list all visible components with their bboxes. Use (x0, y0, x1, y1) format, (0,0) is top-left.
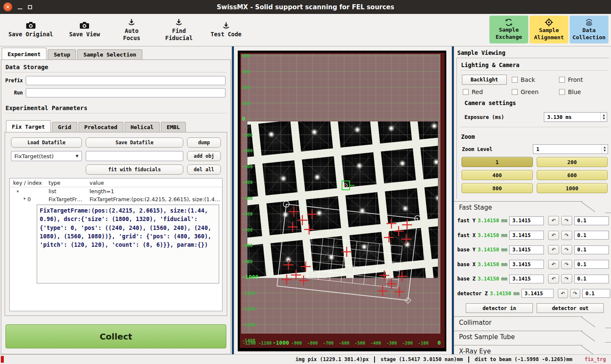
stage-viewer-svg[interactable]: 4003002001000-100-200-300-400-500-600-70… (238, 51, 446, 351)
increment-button[interactable]: ↷ (561, 231, 572, 240)
spin-arrows-icon[interactable]: ▲▼ (601, 145, 608, 154)
expander-icon[interactable]: ▾ (22, 196, 27, 202)
base-x-target-input[interactable] (509, 260, 544, 269)
checkbox-box[interactable] (512, 89, 518, 95)
fit-with-fiducials-button[interactable]: fit with fiducials (86, 164, 183, 175)
table-row[interactable]: ▾ list length=1 (10, 187, 222, 195)
tab-fix-target[interactable]: Fix Target (6, 120, 51, 132)
svg-text:-1200: -1200 (242, 340, 256, 345)
checkbox-box[interactable] (512, 77, 518, 83)
tab-prelocated[interactable]: Prelocated (79, 122, 123, 132)
backlight-button[interactable]: Backlight (462, 75, 507, 85)
fast-y-step-input[interactable] (574, 216, 609, 225)
decrement-button[interactable]: ↶ (558, 289, 568, 298)
fingerprint-icon (585, 18, 593, 27)
zoom-1000-button[interactable]: 1000 (537, 183, 608, 193)
experiment-panel: Experiment Setup Sample Selection Data S… (0, 46, 232, 354)
auto-focus-button[interactable]: Auto Focus (114, 18, 150, 42)
object-name-input[interactable] (86, 151, 183, 161)
zoom-400-button[interactable]: 400 (462, 170, 533, 180)
checkbox-box[interactable] (559, 89, 565, 95)
detector-out-button[interactable]: detector out (537, 303, 604, 313)
svg-text:-900: -900 (242, 259, 253, 264)
svg-text:100: 100 (242, 101, 250, 106)
zoom-level-spinbox[interactable]: 1 ▲▼ (533, 144, 608, 154)
decrement-button[interactable]: ↶ (548, 260, 559, 269)
spacer (11, 164, 82, 175)
table-row[interactable]: ▾0 FixTargetFr… FixTargetFrame:(pos:(2.4… (10, 195, 222, 203)
base-y-step-input[interactable] (574, 245, 609, 254)
increment-button[interactable]: ↷ (570, 289, 580, 298)
checkbox-box[interactable] (463, 89, 469, 95)
save-original-button[interactable]: Save Original (6, 22, 56, 38)
zoom-200-button[interactable]: 200 (537, 157, 608, 167)
fast-stage-header[interactable]: Fast Stage (456, 201, 609, 213)
svg-text:-700: -700 (323, 340, 334, 345)
svg-text:-500: -500 (242, 196, 253, 201)
statusbar: img pix (1229.1 381.4)px stage (1.5417 3… (0, 354, 611, 364)
decrement-button[interactable]: ↶ (548, 216, 559, 225)
prefix-input[interactable] (26, 76, 225, 85)
zoom-600-button[interactable]: 600 (537, 170, 608, 180)
checkbox-front[interactable]: Front (559, 76, 607, 83)
exposure-spinbox[interactable]: 3.130 ms ▲▼ (544, 112, 607, 122)
spin-arrows-icon[interactable]: ▲▼ (600, 113, 607, 121)
del-all-button[interactable]: del all (187, 164, 221, 175)
decrement-button[interactable]: ↶ (548, 231, 559, 240)
detector-in-button[interactable]: detector in (466, 303, 533, 313)
post-sample-tube-header[interactable]: Post Sample Tube (456, 331, 609, 343)
checkbox-green[interactable]: Green (512, 89, 559, 95)
fast-x-target-input[interactable] (509, 231, 544, 240)
checkbox-back[interactable]: Back (512, 76, 559, 83)
increment-button[interactable]: ↷ (561, 216, 572, 225)
collect-button[interactable]: Collect (5, 324, 226, 348)
detector-z-step-input[interactable] (582, 289, 610, 298)
tab-helical[interactable]: Helical (125, 122, 160, 132)
increment-button[interactable]: ↷ (561, 274, 572, 283)
data-collection-button[interactable]: Data Collection (570, 16, 608, 43)
cycle-icon (505, 19, 513, 26)
increment-button[interactable]: ↷ (561, 260, 572, 269)
base-y-target-input[interactable] (509, 245, 544, 254)
detector-z-target-input[interactable] (521, 289, 554, 298)
increment-button[interactable]: ↷ (561, 245, 572, 254)
tab-experiment[interactable]: Experiment (2, 48, 46, 59)
save-datafile-button[interactable]: Save Datafile (86, 138, 183, 148)
sample-exchange-button[interactable]: Sample Exchange (489, 16, 528, 43)
add-obj-button[interactable]: add obj (187, 151, 221, 161)
stage-row-base-z: base Z 3.14150 mm ↶ ↷ (457, 274, 609, 283)
base-x-step-input[interactable] (574, 260, 609, 269)
tab-embl[interactable]: EMBL (161, 122, 186, 132)
test-code-button[interactable]: Test Code (208, 22, 244, 38)
load-datafile-button[interactable]: Load Datafile (11, 138, 82, 148)
tab-setup[interactable]: Setup (48, 49, 76, 60)
frame-type-select[interactable]: FixTarget(test) ▼ (11, 151, 82, 161)
checkbox-box[interactable] (559, 77, 565, 83)
expander-icon[interactable]: ▾ (15, 189, 21, 194)
sample-alignment-button[interactable]: Sample Alignment (530, 16, 568, 43)
stage-viewer[interactable]: 4003002001000-100-200-300-400-500-600-70… (238, 51, 446, 351)
run-input[interactable] (26, 88, 225, 97)
find-fiducial-button[interactable]: Find Fiducial (161, 18, 197, 42)
dump-button[interactable]: dump (187, 138, 221, 148)
close-icon[interactable]: ✕ (3, 3, 12, 11)
svg-text:-300: -300 (242, 164, 253, 169)
decrement-button[interactable]: ↶ (548, 245, 559, 254)
svg-text:200: 200 (242, 85, 250, 90)
base-z-step-input[interactable] (574, 275, 609, 283)
status-mode: fix_trg (584, 356, 606, 362)
fast-x-step-input[interactable] (574, 231, 609, 240)
checkbox-red[interactable]: Red (463, 89, 512, 95)
maximize-icon[interactable] (28, 5, 32, 9)
fast-y-target-input[interactable] (509, 216, 544, 225)
checkbox-blue[interactable]: Blue (559, 89, 607, 95)
collimator-header[interactable]: Collimator (456, 316, 609, 329)
tab-grid[interactable]: Grid (52, 122, 77, 132)
decrement-button[interactable]: ↶ (548, 274, 559, 283)
zoom-800-button[interactable]: 800 (462, 183, 533, 193)
zoom-1-button[interactable]: 1 (462, 157, 533, 167)
save-view-button[interactable]: Save View (67, 22, 103, 38)
base-z-target-input[interactable] (509, 275, 544, 283)
tab-sample-selection[interactable]: Sample Selection (77, 49, 142, 60)
minimize-icon[interactable] (18, 8, 22, 9)
